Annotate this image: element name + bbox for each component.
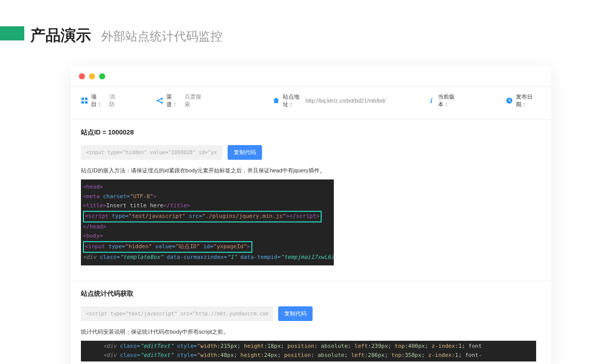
stat-code-desc: 统计代码安装说明：保证统计代码在body中所有script之前。: [81, 328, 541, 336]
info-project: 项目： 消防: [81, 93, 119, 108]
copy-site-id-button[interactable]: 复制代码: [228, 145, 262, 160]
channel-label: 渠道：: [166, 93, 182, 108]
svg-text:i: i: [430, 97, 433, 104]
stat-code-title: 站点统计代码获取: [81, 289, 541, 298]
info-bar: 项目： 消防 渠道： 百度搜索 站点地址： http://bq.ktrrz.cn…: [71, 86, 551, 114]
svg-rect-0: [81, 98, 84, 100]
publish-label: 发布日期：: [516, 93, 541, 108]
share-icon: [156, 97, 163, 104]
site-url-label: 站点地址：: [283, 93, 302, 108]
info-version: i 当前版本：: [428, 93, 463, 108]
stat-code-block: <div class="editText" style="width:215px…: [81, 341, 536, 361]
site-id-code-block: <head> <meta charset="UTF-8"> <title>Ins…: [81, 179, 334, 265]
accent-block: [0, 26, 24, 40]
svg-point-6: [161, 102, 163, 104]
svg-point-5: [161, 98, 163, 100]
svg-rect-3: [85, 101, 88, 104]
grid-icon: [81, 97, 88, 104]
minimize-icon[interactable]: [89, 73, 95, 79]
svg-rect-2: [81, 101, 84, 104]
project-value: 消防: [109, 93, 119, 108]
site-url-value: http://bq.ktrrz.cn/bd/bd21/mb/bd/: [305, 98, 385, 104]
copy-stat-code-button[interactable]: 复制代码: [278, 306, 313, 321]
close-icon[interactable]: [79, 73, 85, 79]
page-header: 产品演示 外部站点统计代码监控: [0, 0, 612, 56]
version-label: 当前版本：: [438, 93, 463, 108]
page-title: 产品演示: [30, 25, 91, 46]
project-label: 项目：: [91, 93, 106, 108]
site-id-input-row: 复制代码: [81, 145, 541, 160]
info-site-url: 站点地址： http://bq.ktrrz.cn/bd/bd21/mb/bd/: [273, 93, 385, 108]
section-stat-code: 站点统计代码获取 复制代码 统计代码安装说明：保证统计代码在body中所有scr…: [71, 281, 551, 365]
maximize-icon[interactable]: [99, 73, 105, 79]
info-icon: i: [428, 97, 435, 104]
site-id-code-input[interactable]: [81, 145, 223, 160]
channel-value: 百度搜索: [185, 93, 205, 108]
stat-code-input[interactable]: [81, 306, 273, 321]
site-id-desc: 站点ID的嵌入方法：请保证埋点的id紧跟在body元素开始标签之后，并且保证he…: [81, 167, 541, 174]
info-publish: 发布日期：: [506, 93, 541, 108]
clock-icon: [506, 97, 513, 104]
section-site-id: 站点ID = 1000028 复制代码 站点ID的嵌入方法：请保证埋点的id紧跟…: [71, 119, 551, 276]
app-window: 项目： 消防 渠道： 百度搜索 站点地址： http://bq.ktrrz.cn…: [71, 66, 551, 364]
site-id-title: 站点ID = 1000028: [81, 128, 541, 137]
stat-code-input-row: 复制代码: [81, 306, 541, 321]
info-channel: 渠道： 百度搜索: [156, 93, 205, 108]
svg-rect-1: [85, 98, 88, 100]
svg-line-7: [159, 99, 161, 101]
svg-line-8: [159, 101, 161, 103]
page-subtitle: 外部站点统计代码监控: [101, 28, 223, 44]
window-controls: [71, 66, 551, 86]
home-icon: [273, 97, 280, 104]
